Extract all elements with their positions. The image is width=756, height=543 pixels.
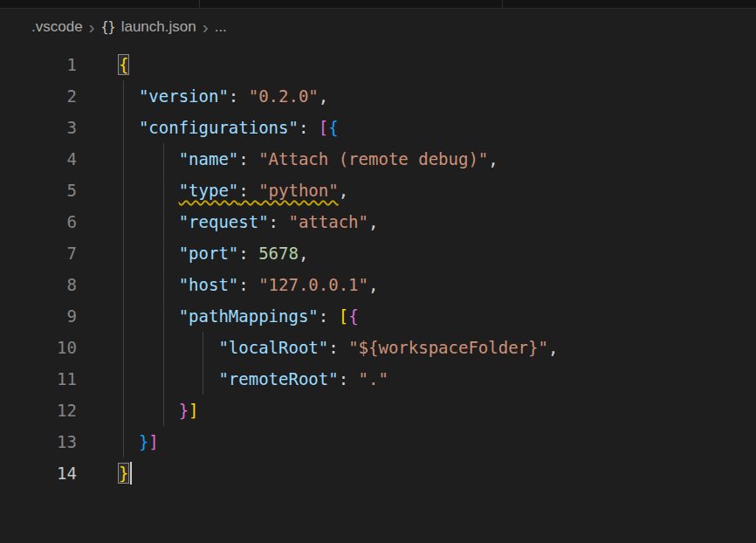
token: "${workspaceFolder}" — [348, 338, 548, 357]
token: , — [299, 244, 308, 263]
indent-guide — [123, 426, 124, 457]
token: : — [238, 181, 258, 200]
indent-guide — [163, 143, 164, 175]
token: : — [269, 212, 289, 231]
indent-guide — [163, 175, 164, 206]
tab-bar — [0, 0, 756, 9]
token: "127.0.0.1" — [258, 275, 368, 294]
indent-guide — [123, 80, 124, 112]
token: "name" — [179, 149, 239, 168]
token: : — [328, 338, 348, 357]
code-line[interactable]: 10 "localRoot": "${workspaceFolder}", — [0, 332, 756, 363]
token: { — [119, 55, 128, 74]
line-number[interactable]: 1 — [0, 55, 87, 74]
indent-guide — [123, 175, 124, 206]
token: : — [238, 149, 258, 168]
code-line[interactable]: 6 "request": "attach", — [0, 206, 756, 237]
line-number[interactable]: 2 — [0, 86, 87, 106]
line-number[interactable]: 4 — [0, 149, 87, 168]
chevron-right-icon: › — [89, 17, 95, 36]
token: "localRoot" — [218, 338, 328, 357]
indent-guide — [163, 332, 164, 363]
indent-guide — [203, 363, 203, 395]
indent-guide — [123, 237, 124, 269]
indent-guide — [123, 112, 124, 143]
indent-guide — [163, 206, 164, 237]
token — [119, 181, 179, 200]
line-number[interactable]: 14 — [0, 464, 87, 483]
breadcrumb-symbol-ellipsis[interactable]: ... — [215, 18, 227, 36]
line-number[interactable]: 6 — [0, 212, 87, 231]
indent-guide — [123, 269, 124, 300]
token: , — [368, 275, 378, 294]
token: { — [348, 306, 358, 326]
token: "0.2.0" — [249, 86, 319, 106]
breadcrumb-folder[interactable]: .vscode — [31, 18, 83, 36]
token: : — [238, 244, 258, 263]
token: [ — [339, 306, 348, 326]
token: : — [339, 369, 359, 388]
code-text: "type": "python", — [119, 181, 348, 200]
token: "python" — [258, 181, 339, 200]
line-number[interactable]: 12 — [0, 401, 87, 420]
token: , — [548, 338, 558, 357]
code-line[interactable]: 1{ — [0, 49, 756, 80]
token: "configurations" — [139, 118, 299, 137]
code-text: } — [119, 462, 132, 485]
token — [119, 212, 179, 231]
editor[interactable]: 1{2 "version": "0.2.0",3 "configurations… — [0, 45, 756, 489]
token: "attach" — [288, 212, 368, 231]
line-number[interactable]: 8 — [0, 275, 87, 294]
token: : — [319, 306, 339, 326]
code-text: "configurations": [{ — [119, 118, 339, 137]
breadcrumb-file[interactable]: launch.json — [121, 18, 196, 36]
code-line[interactable]: 9 "pathMappings": [{ — [0, 300, 756, 332]
line-number[interactable]: 11 — [0, 369, 87, 388]
code-line[interactable]: 7 "port": 5678, — [0, 237, 756, 269]
code-line[interactable]: 3 "configurations": [{ — [0, 112, 756, 143]
token — [119, 275, 179, 294]
token: { — [328, 118, 338, 137]
line-number[interactable]: 13 — [0, 432, 87, 451]
token: : — [238, 275, 258, 294]
token: } — [119, 464, 128, 483]
line-number[interactable]: 5 — [0, 181, 87, 200]
indent-guide — [163, 395, 164, 426]
json-file-icon: {} — [101, 19, 115, 35]
code-line[interactable]: 11 "remoteRoot": "." — [0, 363, 756, 395]
code-line[interactable]: 13 }] — [0, 426, 756, 457]
token: "request" — [179, 212, 269, 231]
indent-guide — [163, 300, 164, 332]
token: ] — [189, 401, 198, 420]
indent-guide — [123, 363, 124, 395]
code-line[interactable]: 8 "host": "127.0.0.1", — [0, 269, 756, 300]
code-text: }] — [119, 432, 159, 451]
indent-guide — [123, 206, 124, 237]
token: ] — [148, 432, 158, 451]
code-line[interactable]: 2 "version": "0.2.0", — [0, 80, 756, 112]
tab-divider — [502, 0, 503, 8]
code-text: "pathMappings": [{ — [119, 306, 359, 326]
code-line[interactable]: 4 "name": "Attach (remote debug)", — [0, 143, 756, 175]
indent-guide — [123, 300, 124, 332]
code-line[interactable]: 5 "type": "python", — [0, 175, 756, 206]
token — [119, 149, 179, 168]
indent-guide — [163, 269, 164, 300]
chevron-right-icon: › — [203, 17, 209, 36]
line-number[interactable]: 3 — [0, 118, 87, 137]
code-text: "port": 5678, — [119, 244, 308, 263]
indent-guide — [123, 143, 124, 175]
token: 5678 — [258, 244, 299, 263]
line-number[interactable]: 10 — [0, 338, 87, 357]
token — [119, 306, 179, 326]
indent-guide — [203, 332, 203, 363]
code-line[interactable]: 14} — [0, 457, 756, 489]
tab-divider — [199, 0, 200, 8]
token: , — [368, 212, 378, 231]
line-number[interactable]: 9 — [0, 306, 87, 326]
line-number[interactable]: 7 — [0, 244, 87, 263]
code-line[interactable]: 12 }] — [0, 395, 756, 426]
token: : — [299, 118, 319, 137]
token: "remoteRoot" — [218, 369, 338, 388]
token: "host" — [179, 275, 239, 294]
